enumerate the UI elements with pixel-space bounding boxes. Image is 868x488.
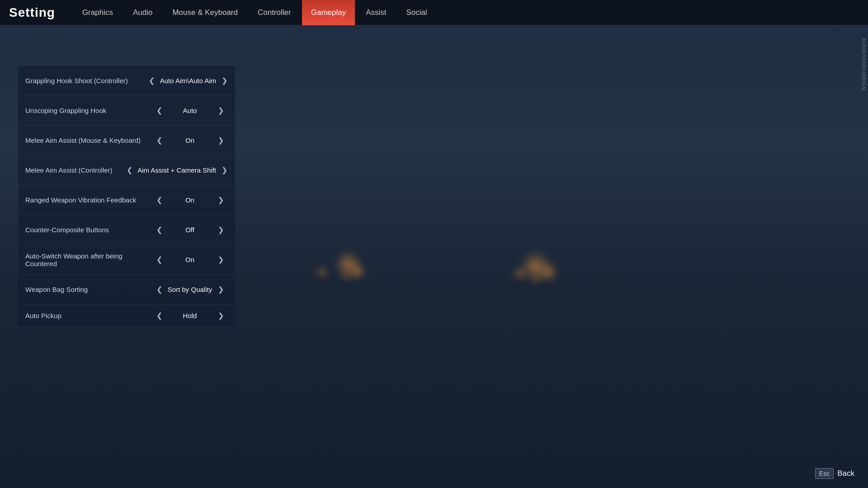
chevron-left-unscoping-grappling-hook[interactable]: ❮ xyxy=(153,104,165,117)
setting-value-weapon-bag-sorting: Sort by Quality xyxy=(167,286,212,293)
chevron-left-melee-aim-assist-mkb[interactable]: ❮ xyxy=(153,134,165,147)
setting-value-melee-aim-assist-controller: Aim Assist + Camera Shift xyxy=(137,166,216,174)
setting-control-auto-switch-weapon: ❮On❯ xyxy=(149,253,231,266)
setting-row-weapon-bag-sorting[interactable]: Weapon Bag Sorting❮Sort by Quality❯ xyxy=(18,275,235,305)
version-tag: ID:40467001001168[SEA] xyxy=(859,36,868,92)
settings-list: Grappling Hook Shoot (Controller)❮Auto A… xyxy=(18,66,235,461)
setting-value-melee-aim-assist-mkb: On xyxy=(167,136,212,144)
bokeh-extra-0 xyxy=(316,267,328,278)
setting-control-auto-pickup: ❮Hold❯ xyxy=(149,310,231,322)
setting-label-grappling-hook-shoot: Grappling Hook Shoot (Controller) xyxy=(25,77,146,84)
setting-label-unscoping-grappling-hook: Unscoping Grappling Hook xyxy=(25,107,149,114)
chevron-right-melee-aim-assist-mkb[interactable]: ❯ xyxy=(214,134,227,147)
setting-control-ranged-weapon-vibration: ❮On❯ xyxy=(149,194,231,206)
chevron-left-grappling-hook-shoot[interactable]: ❮ xyxy=(146,75,158,87)
back-button[interactable]: Esc Back xyxy=(815,468,854,479)
chevron-left-ranged-weapon-vibration[interactable]: ❮ xyxy=(153,194,165,206)
app-title: Setting xyxy=(9,5,55,20)
setting-control-unscoping-grappling-hook: ❮Auto❯ xyxy=(149,104,231,117)
setting-value-ranged-weapon-vibration: On xyxy=(167,196,212,204)
chevron-right-unscoping-grappling-hook[interactable]: ❯ xyxy=(214,104,227,117)
nav-tab-gameplay[interactable]: Gameplay xyxy=(302,0,355,25)
back-label: Back xyxy=(837,469,854,478)
setting-label-melee-aim-assist-mkb: Melee Aim Assist (Mouse & Keyboard) xyxy=(25,136,149,144)
nav-tab-assist[interactable]: Assist xyxy=(357,0,395,25)
setting-row-ranged-weapon-vibration[interactable]: Ranged Weapon Vibration Feedback❮On❯ xyxy=(18,185,235,215)
bokeh-extra-2 xyxy=(513,267,527,280)
setting-value-grappling-hook-shoot: Auto Aim\Auto Aim xyxy=(160,77,216,84)
nav-tab-controller[interactable]: Controller xyxy=(249,0,300,25)
chevron-right-auto-switch-weapon[interactable]: ❯ xyxy=(214,253,227,266)
setting-label-auto-pickup: Auto Pickup xyxy=(25,312,149,319)
setting-row-melee-aim-assist-mkb[interactable]: Melee Aim Assist (Mouse & Keyboard)❮On❯ xyxy=(18,126,235,155)
chevron-right-weapon-bag-sorting[interactable]: ❯ xyxy=(214,283,227,296)
esc-badge: Esc xyxy=(815,468,834,479)
bokeh-extra-1 xyxy=(341,271,350,280)
chevron-right-counter-composite-buttons[interactable]: ❯ xyxy=(214,224,227,236)
topbar: Setting GraphicsAudioMouse & KeyboardCon… xyxy=(0,0,868,25)
setting-control-counter-composite-buttons: ❮Off❯ xyxy=(149,224,231,236)
chevron-left-weapon-bag-sorting[interactable]: ❮ xyxy=(153,283,165,296)
chevron-right-auto-pickup[interactable]: ❯ xyxy=(214,310,227,322)
chevron-right-grappling-hook-shoot[interactable]: ❯ xyxy=(218,75,231,87)
nav-tab-graphics[interactable]: Graphics xyxy=(73,0,122,25)
setting-label-auto-switch-weapon: Auto-Switch Weapon after being Countered xyxy=(25,252,149,267)
nav-tabs: GraphicsAudioMouse & KeyboardControllerG… xyxy=(73,0,436,25)
setting-control-weapon-bag-sorting: ❮Sort by Quality❯ xyxy=(149,283,231,296)
chevron-left-auto-switch-weapon[interactable]: ❮ xyxy=(153,253,165,266)
chevron-right-ranged-weapon-vibration[interactable]: ❯ xyxy=(214,194,227,206)
setting-label-melee-aim-assist-controller: Melee Aim Assist (Controller) xyxy=(25,166,123,174)
setting-value-counter-composite-buttons: Off xyxy=(167,226,212,234)
bokeh-extra-3 xyxy=(531,276,539,284)
setting-row-auto-switch-weapon[interactable]: Auto-Switch Weapon after being Countered… xyxy=(18,245,235,275)
chevron-right-melee-aim-assist-controller[interactable]: ❯ xyxy=(218,164,231,177)
setting-value-auto-pickup: Hold xyxy=(167,312,212,319)
setting-row-partial-auto-pickup[interactable]: Auto Pickup❮Hold❯ xyxy=(18,305,235,327)
chevron-left-auto-pickup[interactable]: ❮ xyxy=(153,310,165,322)
setting-row-unscoping-grappling-hook[interactable]: Unscoping Grappling Hook❮Auto❯ xyxy=(18,96,235,126)
setting-control-melee-aim-assist-controller: ❮Aim Assist + Camera Shift❯ xyxy=(123,164,231,177)
nav-tab-mouse-keyboard[interactable]: Mouse & Keyboard xyxy=(163,0,247,25)
setting-value-auto-switch-weapon: On xyxy=(167,256,212,263)
nav-tab-audio[interactable]: Audio xyxy=(124,0,161,25)
bokeh-light-3 xyxy=(538,262,558,282)
setting-label-ranged-weapon-vibration: Ranged Weapon Vibration Feedback xyxy=(25,196,149,204)
setting-control-grappling-hook-shoot: ❮Auto Aim\Auto Aim❯ xyxy=(146,75,231,87)
setting-label-counter-composite-buttons: Counter-Composite Buttons xyxy=(25,226,149,234)
setting-row-grappling-hook-shoot[interactable]: Grappling Hook Shoot (Controller)❮Auto A… xyxy=(18,66,235,96)
setting-label-weapon-bag-sorting: Weapon Bag Sorting xyxy=(25,286,149,293)
bokeh-light-1 xyxy=(348,262,366,280)
side-panel: Grappling Hook Shoot (Controller)❮Auto A… xyxy=(18,25,235,461)
setting-control-melee-aim-assist-mkb: ❮On❯ xyxy=(149,134,231,147)
setting-row-melee-aim-assist-controller[interactable]: Melee Aim Assist (Controller)❮Aim Assist… xyxy=(18,155,235,185)
setting-row-counter-composite-buttons[interactable]: Counter-Composite Buttons❮Off❯ xyxy=(18,215,235,245)
chevron-left-melee-aim-assist-controller[interactable]: ❮ xyxy=(123,164,136,177)
nav-tab-social[interactable]: Social xyxy=(397,0,436,25)
chevron-left-counter-composite-buttons[interactable]: ❮ xyxy=(153,224,165,236)
setting-value-unscoping-grappling-hook: Auto xyxy=(167,107,212,114)
